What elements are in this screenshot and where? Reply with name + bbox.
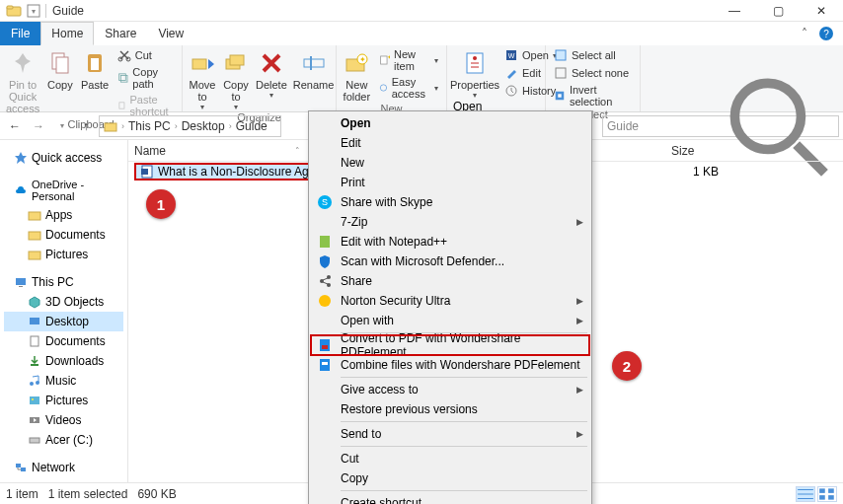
nav-quick-access[interactable]: Quick access bbox=[4, 148, 123, 168]
desktop-icon bbox=[28, 315, 41, 328]
cm-send-to[interactable]: Send to▶ bbox=[311, 424, 589, 444]
cm-give-access[interactable]: Give access to▶ bbox=[311, 380, 589, 399]
nav-pictures[interactable]: Pictures bbox=[4, 245, 123, 264]
svg-rect-64 bbox=[819, 488, 825, 493]
cm-convert-pdf[interactable]: Convert to PDF with Wondershare PDFeleme… bbox=[311, 335, 589, 355]
pictures-icon bbox=[28, 394, 41, 407]
cm-cut[interactable]: Cut bbox=[311, 449, 589, 468]
breadcrumb[interactable]: › This PC› Desktop› Guide bbox=[99, 115, 281, 137]
forward-button[interactable]: → bbox=[28, 115, 49, 137]
svg-rect-30 bbox=[556, 68, 566, 78]
tab-view[interactable]: View bbox=[147, 22, 194, 45]
tab-home[interactable]: Home bbox=[40, 22, 94, 45]
nav-this-pc[interactable]: This PC bbox=[4, 272, 123, 292]
cm-7zip[interactable]: 7-Zip▶ bbox=[311, 212, 589, 232]
select-none-icon bbox=[554, 66, 568, 80]
copy-button[interactable]: Copy bbox=[45, 47, 74, 91]
nav-documents2[interactable]: Documents bbox=[4, 331, 123, 351]
cut-button[interactable]: Cut bbox=[115, 47, 176, 63]
invert-selection-button[interactable]: Invert selection bbox=[552, 83, 634, 108]
cm-print[interactable]: Print bbox=[311, 173, 589, 192]
select-all-button[interactable]: Select all bbox=[552, 47, 634, 63]
svg-rect-45 bbox=[30, 396, 39, 404]
details-view-button[interactable] bbox=[796, 486, 815, 502]
cm-defender[interactable]: Scan with Microsoft Defender... bbox=[311, 252, 589, 271]
cm-notepadpp[interactable]: Edit with Notepad++ bbox=[311, 232, 589, 252]
music-icon bbox=[28, 374, 41, 388]
delete-button[interactable]: Delete▾ bbox=[256, 47, 287, 100]
up-button[interactable]: ↑ bbox=[75, 115, 97, 137]
nav-downloads[interactable]: Downloads bbox=[4, 351, 123, 371]
search-box[interactable]: Guide bbox=[602, 115, 839, 137]
cm-copy[interactable]: Copy bbox=[311, 468, 589, 488]
close-button[interactable]: ✕ bbox=[800, 0, 843, 22]
edit-icon bbox=[504, 66, 518, 80]
cm-open[interactable]: Open bbox=[311, 113, 589, 133]
back-button[interactable]: ← bbox=[4, 115, 26, 137]
open-icon: W bbox=[504, 48, 518, 62]
large-icons-view-button[interactable] bbox=[817, 486, 837, 502]
column-name[interactable]: Name˄ bbox=[128, 144, 306, 158]
ribbon: Pin to Quick access Copy Paste Cut Copy … bbox=[0, 45, 843, 112]
paste-shortcut-icon bbox=[117, 99, 126, 112]
nav-apps[interactable]: Apps bbox=[4, 205, 123, 225]
recent-dropdown[interactable]: ▾ bbox=[51, 115, 73, 137]
svg-point-23 bbox=[380, 85, 386, 91]
cm-combine-pdf[interactable]: Combine files with Wondershare PDFelemen… bbox=[311, 355, 589, 375]
ribbon-collapse-icon[interactable]: ˄ bbox=[802, 27, 807, 40]
nav-videos[interactable]: Videos bbox=[4, 410, 123, 430]
easy-access-button[interactable]: Easy access ▾ bbox=[377, 75, 440, 101]
cm-share[interactable]: Share bbox=[311, 271, 589, 291]
svg-text:▾: ▾ bbox=[32, 7, 36, 16]
svg-rect-48 bbox=[30, 438, 39, 443]
nav-pictures2[interactable]: Pictures bbox=[4, 391, 123, 410]
new-folder-icon: ✦ bbox=[343, 49, 370, 77]
minimize-button[interactable]: — bbox=[713, 0, 756, 22]
copy-to-button[interactable]: Copy to▾ bbox=[222, 47, 250, 111]
column-size[interactable]: Size bbox=[665, 144, 725, 158]
paste-button[interactable]: Paste bbox=[80, 47, 109, 91]
navigation-pane: Quick access OneDrive - Personal Apps Do… bbox=[0, 140, 128, 488]
tab-share[interactable]: Share bbox=[94, 22, 147, 45]
notepad-icon bbox=[317, 234, 333, 250]
invert-icon bbox=[554, 89, 566, 103]
tab-file[interactable]: File bbox=[0, 22, 40, 45]
share-icon bbox=[317, 273, 333, 289]
svg-point-25 bbox=[473, 56, 477, 60]
chevron-right-icon: ▶ bbox=[576, 429, 583, 439]
history-icon bbox=[504, 84, 518, 98]
nav-3d-objects[interactable]: 3D Objects bbox=[4, 292, 123, 312]
move-to-button[interactable]: Move to▾ bbox=[189, 47, 216, 111]
qat-dropdown-icon[interactable]: ▾ bbox=[26, 3, 41, 19]
nav-music[interactable]: Music bbox=[4, 371, 123, 391]
help-icon[interactable]: ? bbox=[819, 27, 833, 40]
title-bar: ▾ Guide — ▢ ✕ bbox=[0, 0, 843, 22]
cm-skype[interactable]: SShare with Skype bbox=[311, 192, 589, 212]
new-folder-button[interactable]: ✦ New folder bbox=[343, 47, 371, 103]
pin-quick-access-button[interactable]: Pin to Quick access bbox=[6, 47, 39, 114]
nav-network[interactable]: Network bbox=[4, 458, 123, 477]
svg-rect-41 bbox=[31, 336, 38, 346]
svg-rect-15 bbox=[230, 55, 244, 65]
nav-documents[interactable]: Documents bbox=[4, 225, 123, 245]
copy-path-button[interactable]: Copy path bbox=[115, 65, 176, 91]
svg-rect-17 bbox=[310, 56, 312, 70]
svg-rect-11 bbox=[120, 76, 127, 83]
cm-edit[interactable]: Edit bbox=[311, 133, 589, 153]
nav-onedrive[interactable]: OneDrive - Personal bbox=[4, 176, 123, 205]
cm-restore[interactable]: Restore previous versions bbox=[311, 399, 589, 419]
properties-button[interactable]: Properties▾ bbox=[453, 47, 497, 100]
rename-button[interactable]: Rename bbox=[293, 47, 335, 91]
cm-open-with[interactable]: Open with▶ bbox=[311, 311, 589, 330]
new-item-icon: ✦ bbox=[379, 53, 390, 67]
nav-desktop[interactable]: Desktop bbox=[4, 312, 123, 331]
cm-new[interactable]: New bbox=[311, 153, 589, 173]
nav-acer-drive[interactable]: Acer (C:) bbox=[4, 430, 123, 450]
download-icon bbox=[28, 354, 41, 368]
new-item-button[interactable]: ✦New item ▾ bbox=[377, 47, 440, 73]
maximize-button[interactable]: ▢ bbox=[756, 0, 800, 22]
cm-norton[interactable]: Norton Security Ultra▶ bbox=[311, 291, 589, 311]
select-none-button[interactable]: Select none bbox=[552, 65, 634, 81]
cm-shortcut[interactable]: Create shortcut bbox=[311, 493, 589, 504]
svg-rect-49 bbox=[16, 464, 21, 468]
